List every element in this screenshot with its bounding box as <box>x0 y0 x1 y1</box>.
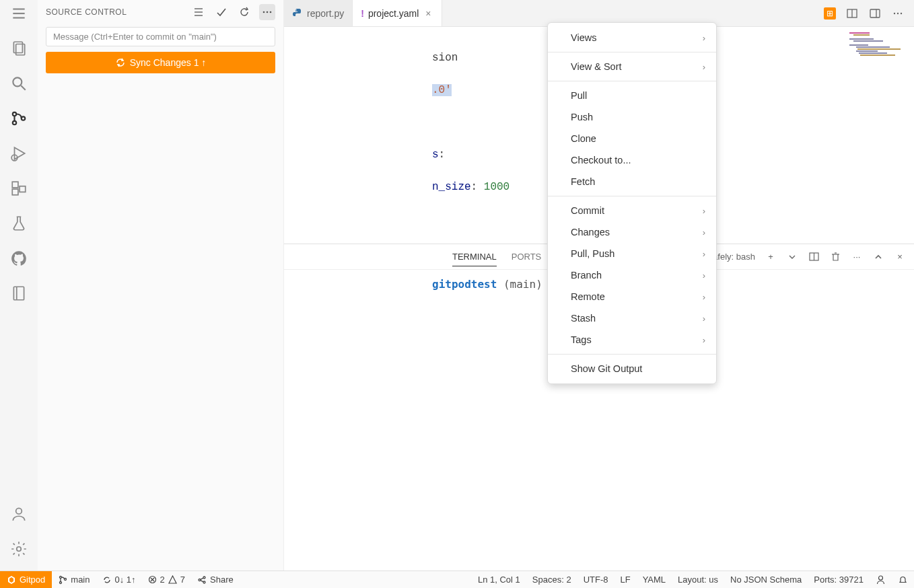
error-icon <box>148 575 157 584</box>
yaml-icon: ! <box>361 8 364 19</box>
svg-point-46 <box>203 581 205 583</box>
status-layout[interactable]: Layout: us <box>672 575 724 585</box>
status-share[interactable]: Share <box>191 575 240 585</box>
commit-check-icon[interactable] <box>213 4 230 20</box>
status-schema[interactable]: No JSON Schema <box>724 575 808 585</box>
share-icon <box>197 575 207 585</box>
chevron-right-icon: › <box>703 206 705 216</box>
menu-pull-push[interactable]: Pull, Push› <box>548 243 716 264</box>
status-encoding[interactable]: UTF-8 <box>577 575 614 585</box>
sync-icon <box>102 575 112 585</box>
tab-label: project.yaml <box>368 8 419 19</box>
status-sync[interactable]: 0↓ 1↑ <box>96 575 142 585</box>
terminal-dropdown-icon[interactable] <box>786 251 798 263</box>
scm-context-menu: Views› View & Sort› Pull Push Clone Chec… <box>547 22 717 384</box>
new-terminal-icon[interactable]: + <box>765 251 777 263</box>
svg-point-5 <box>13 77 22 86</box>
account-icon[interactable] <box>9 505 28 523</box>
status-cursor[interactable]: Ln 1, Col 1 <box>472 575 526 585</box>
data-table-icon[interactable]: ⊞ <box>824 7 836 20</box>
menu-changes[interactable]: Changes› <box>548 221 716 243</box>
search-icon[interactable] <box>9 74 28 93</box>
chevron-right-icon: › <box>703 270 705 281</box>
chevron-right-icon: › <box>703 249 705 259</box>
layout-icon[interactable] <box>868 7 882 20</box>
svg-point-22 <box>263 11 265 13</box>
gear-icon[interactable] <box>9 540 28 558</box>
commit-message-input[interactable]: Message (Ctrl+Enter to commit on "main") <box>46 27 275 46</box>
chevron-right-icon: › <box>703 62 705 72</box>
trash-icon[interactable] <box>829 251 841 263</box>
svg-point-44 <box>199 579 201 581</box>
status-feedback-icon[interactable] <box>870 575 892 585</box>
menu-remote[interactable]: Remote› <box>548 286 716 307</box>
menu-push[interactable]: Push <box>548 106 716 128</box>
split-terminal-icon[interactable] <box>808 251 820 263</box>
svg-rect-15 <box>13 287 24 300</box>
split-icon[interactable] <box>845 7 859 20</box>
sidebar-title: SOURCE CONTROL <box>46 7 127 17</box>
svg-rect-28 <box>870 9 880 17</box>
chevron-right-icon: › <box>703 227 705 237</box>
menu-fetch[interactable]: Fetch <box>548 171 716 192</box>
tab-report[interactable]: report.py <box>284 0 353 26</box>
svg-point-24 <box>270 11 272 13</box>
refresh-icon[interactable] <box>236 4 252 20</box>
menu-stash[interactable]: Stash› <box>548 307 716 329</box>
more-actions-icon[interactable] <box>259 4 275 20</box>
status-spaces[interactable]: Spaces: 2 <box>526 575 577 585</box>
svg-point-23 <box>267 11 269 13</box>
svg-point-31 <box>897 12 899 13</box>
menu-clone[interactable]: Clone <box>548 128 716 149</box>
tab-more-icon[interactable] <box>891 7 905 20</box>
svg-marker-43 <box>169 576 176 583</box>
status-language[interactable]: YAML <box>637 575 672 585</box>
menu-commit[interactable]: Commit› <box>548 200 716 221</box>
source-control-icon[interactable] <box>9 109 28 128</box>
status-bell-icon[interactable] <box>892 575 914 585</box>
status-branch[interactable]: main <box>52 575 96 585</box>
menu-checkout[interactable]: Checkout to... <box>548 149 716 171</box>
svg-point-32 <box>901 12 902 13</box>
status-problems[interactable]: 2 7 <box>142 575 191 585</box>
status-ports[interactable]: Ports: 39721 <box>808 575 870 585</box>
beaker-icon[interactable] <box>9 214 28 233</box>
svg-point-45 <box>203 577 205 579</box>
menu-icon[interactable] <box>9 4 28 23</box>
svg-point-7 <box>13 112 16 116</box>
status-eol[interactable]: LF <box>614 575 636 585</box>
github-icon[interactable] <box>9 249 28 268</box>
svg-line-6 <box>21 85 26 90</box>
debug-icon[interactable] <box>9 144 28 163</box>
chevron-right-icon: › <box>703 314 705 324</box>
svg-point-30 <box>894 12 895 13</box>
extensions-icon[interactable] <box>9 179 28 198</box>
close-tab-icon[interactable]: × <box>423 8 433 19</box>
svg-point-25 <box>295 9 297 11</box>
sync-label: Sync Changes 1 ↑ <box>130 57 207 68</box>
svg-line-48 <box>201 580 203 581</box>
svg-point-8 <box>13 121 16 124</box>
menu-view-sort[interactable]: View & Sort› <box>548 56 716 77</box>
view-tree-icon[interactable] <box>190 4 207 20</box>
menu-branch[interactable]: Branch› <box>548 264 716 286</box>
tab-project[interactable]: ! project.yaml × <box>353 0 442 26</box>
panel-more-icon[interactable]: ··· <box>851 251 863 263</box>
docs-icon[interactable] <box>9 284 28 303</box>
menu-views[interactable]: Views› <box>548 27 716 48</box>
chevron-right-icon: › <box>703 335 705 345</box>
svg-point-17 <box>16 508 22 514</box>
gitpod-badge[interactable]: Gitpod <box>0 571 52 588</box>
close-panel-icon[interactable]: × <box>894 251 906 263</box>
explorer-icon[interactable] <box>9 39 28 58</box>
sync-changes-button[interactable]: Sync Changes 1 ↑ <box>46 52 275 73</box>
menu-pull[interactable]: Pull <box>548 85 716 106</box>
terminal-tab[interactable]: TERMINAL <box>452 248 497 266</box>
warning-icon <box>168 575 177 584</box>
ports-tab[interactable]: PORTS <box>512 248 542 266</box>
menu-show-git-output[interactable]: Show Git Output <box>548 358 716 379</box>
chevron-right-icon: › <box>703 33 705 43</box>
svg-rect-14 <box>20 186 26 192</box>
menu-tags[interactable]: Tags› <box>548 329 716 351</box>
chevron-up-icon[interactable] <box>872 251 884 263</box>
